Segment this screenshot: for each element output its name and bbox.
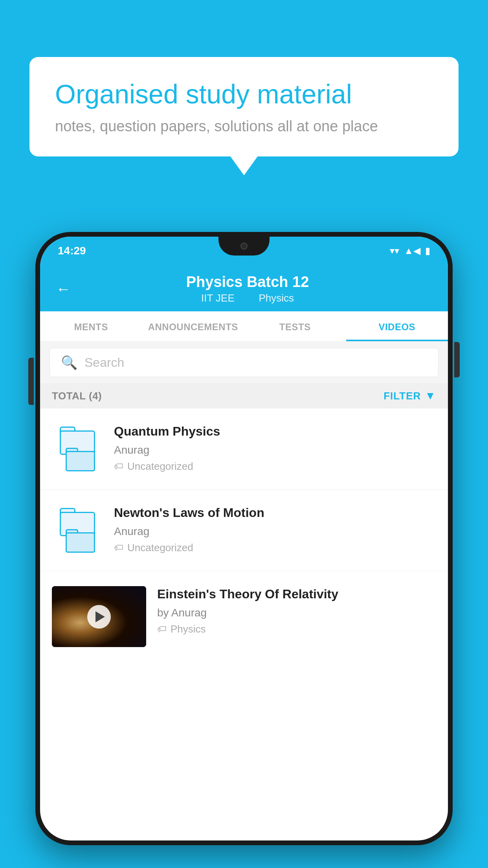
- total-count: TOTAL (4): [52, 390, 102, 402]
- tab-ments[interactable]: MENTS: [40, 311, 142, 341]
- tab-tests[interactable]: TESTS: [244, 311, 346, 341]
- search-icon: 🔍: [61, 355, 77, 370]
- video-author-newton: Anurag: [114, 525, 436, 538]
- speech-bubble-section: Organised study material notes, question…: [29, 57, 459, 156]
- batch-subtitle: IIT JEE Physics: [83, 292, 413, 304]
- video-item-einstein[interactable]: Einstein's Theory Of Relativity by Anura…: [40, 571, 448, 662]
- video-title-einstein: Einstein's Theory Of Relativity: [157, 586, 436, 603]
- search-bar[interactable]: 🔍 Search: [50, 348, 438, 377]
- tab-announcements[interactable]: ANNOUNCEMENTS: [142, 311, 244, 341]
- video-title-newton: Newton's Laws of Motion: [114, 505, 436, 521]
- tag-icon: 🏷: [114, 461, 123, 472]
- video-tag-quantum: 🏷 Uncategorized: [114, 460, 436, 473]
- tag-icon-newton: 🏷: [114, 542, 123, 553]
- subtitle-iitjee: IIT JEE: [201, 292, 235, 304]
- tag-icon-einstein: 🏷: [157, 623, 167, 634]
- filter-bar: TOTAL (4) FILTER ▼: [40, 383, 448, 408]
- signal-icon: ▲◀: [404, 245, 420, 256]
- folder-thumb-newton: [52, 505, 103, 556]
- video-item-quantum[interactable]: Quantum Physics Anurag 🏷 Uncategorized: [40, 408, 448, 490]
- header-title-group: Physics Batch 12 IIT JEE Physics: [83, 274, 413, 304]
- folder-thumb-quantum: [52, 423, 103, 474]
- bubble-subtitle: notes, question papers, solutions all at…: [55, 118, 433, 135]
- wifi-icon: ▾▾: [390, 245, 399, 256]
- play-button-einstein[interactable]: [87, 605, 111, 629]
- tab-videos[interactable]: VIDEOS: [346, 311, 448, 341]
- speech-bubble: Organised study material notes, question…: [29, 57, 459, 156]
- status-bar: 14:29 ▾▾ ▲◀ ▮: [40, 237, 448, 265]
- filter-funnel-icon: ▼: [425, 390, 436, 402]
- video-list: Quantum Physics Anurag 🏷 Uncategorized: [40, 408, 448, 662]
- folder-icon-back-newton: [66, 529, 95, 553]
- notch: [218, 237, 270, 256]
- video-tag-newton: 🏷 Uncategorized: [114, 542, 436, 554]
- video-info-quantum: Quantum Physics Anurag 🏷 Uncategorized: [114, 423, 436, 473]
- tab-bar: MENTS ANNOUNCEMENTS TESTS VIDEOS: [40, 311, 448, 342]
- back-button[interactable]: ←: [56, 281, 71, 298]
- search-wrapper: 🔍 Search: [40, 342, 448, 383]
- app-header: ← Physics Batch 12 IIT JEE Physics: [40, 265, 448, 311]
- search-input[interactable]: Search: [84, 355, 124, 370]
- subtitle-physics: Physics: [259, 292, 294, 304]
- bubble-title: Organised study material: [55, 79, 433, 109]
- video-item-newton[interactable]: Newton's Laws of Motion Anurag 🏷 Uncateg…: [40, 490, 448, 571]
- phone-outer: 14:29 ▾▾ ▲◀ ▮ ← Physics Batch 12 IIT JEE…: [35, 232, 453, 845]
- video-thumbnail-einstein: [52, 586, 146, 647]
- phone-mockup: 14:29 ▾▾ ▲◀ ▮ ← Physics Batch 12 IIT JEE…: [35, 232, 453, 845]
- play-triangle-icon: [95, 611, 105, 622]
- status-icons: ▾▾ ▲◀ ▮: [390, 245, 430, 256]
- status-time: 14:29: [58, 245, 86, 257]
- filter-button[interactable]: FILTER ▼: [383, 390, 436, 402]
- camera: [240, 243, 248, 250]
- folder-icon-back: [66, 448, 95, 471]
- video-tag-einstein: 🏷 Physics: [157, 623, 436, 635]
- video-author-einstein: by Anurag: [157, 607, 436, 619]
- phone-screen: 14:29 ▾▾ ▲◀ ▮ ← Physics Batch 12 IIT JEE…: [40, 237, 448, 840]
- batch-title: Physics Batch 12: [83, 274, 413, 291]
- subtitle-sep: [245, 292, 251, 304]
- video-title-quantum: Quantum Physics: [114, 423, 436, 440]
- video-info-newton: Newton's Laws of Motion Anurag 🏷 Uncateg…: [114, 505, 436, 554]
- battery-icon: ▮: [425, 245, 430, 256]
- video-author-quantum: Anurag: [114, 444, 436, 456]
- video-info-einstein: Einstein's Theory Of Relativity by Anura…: [157, 586, 436, 635]
